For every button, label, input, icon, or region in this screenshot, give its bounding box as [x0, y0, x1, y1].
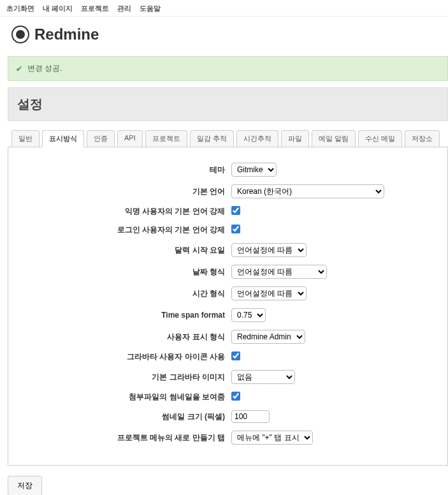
- timespan-select[interactable]: 0.75: [231, 308, 266, 322]
- theme-label: 테마: [21, 165, 231, 175]
- header: Redmine: [0, 17, 448, 56]
- settings-panel: 테마 Gitmike 기본 언어 Korean (한국어) 익명 사용자의 기본…: [8, 147, 448, 466]
- tab-display[interactable]: 표시방식: [42, 130, 84, 147]
- gravatar-default-label: 기본 그라바타 이미지: [21, 372, 231, 383]
- timespan-label: Time span format: [21, 311, 231, 320]
- tab-incoming[interactable]: 수신 메일: [358, 130, 402, 147]
- check-icon: ✔: [16, 64, 22, 73]
- app-logo: Redmine: [11, 26, 437, 43]
- nav-projects[interactable]: 프로젝트: [81, 4, 109, 12]
- thumb-checkbox[interactable]: [231, 392, 240, 401]
- tab-projects[interactable]: 프로젝트: [145, 130, 187, 147]
- user-fmt-select[interactable]: Redmine Admin: [231, 330, 305, 344]
- nav-help[interactable]: 도움말: [140, 4, 161, 12]
- tab-api[interactable]: API: [117, 130, 143, 147]
- lang-select[interactable]: Korean (한국어): [231, 184, 384, 198]
- page-title: 설정: [17, 96, 438, 113]
- nav-home[interactable]: 초기화면: [6, 4, 34, 12]
- settings-tabs: 일반 표시방식 인증 API 프로젝트 일감 추적 시간추적 파일 메일 알림 …: [11, 130, 448, 147]
- date-fmt-label: 날짜 형식: [21, 267, 231, 277]
- thumb-label: 첨부파일의 썸네일을 보여줌: [21, 392, 231, 403]
- time-fmt-select[interactable]: 언어설정에 따름: [231, 286, 307, 300]
- save-button[interactable]: 저장: [8, 476, 42, 495]
- tab-email[interactable]: 메일 알림: [312, 130, 356, 147]
- theme-select[interactable]: Gitmike: [231, 163, 277, 177]
- force-anon-label: 익명 사용자의 기본 언어 강제: [21, 206, 231, 217]
- time-fmt-label: 시간 형식: [21, 288, 231, 299]
- gravatar-default-select[interactable]: 없음: [231, 370, 295, 384]
- flash-notice: ✔ 변경 성공.: [8, 56, 448, 81]
- redmine-icon: [11, 26, 29, 43]
- week-start-select[interactable]: 언어설정에 따름: [231, 243, 307, 257]
- tab-auth[interactable]: 인증: [87, 130, 115, 147]
- tab-time[interactable]: 시간추적: [236, 130, 278, 147]
- week-start-label: 달력 시작 요일: [21, 245, 231, 256]
- force-anon-checkbox[interactable]: [231, 206, 240, 215]
- nav-mypage[interactable]: 내 페이지: [43, 4, 73, 12]
- thumb-size-input[interactable]: [231, 410, 270, 423]
- top-menu: 초기화면 내 페이지 프로젝트 관리 도움말: [0, 0, 448, 17]
- tab-issues[interactable]: 일감 추적: [190, 130, 234, 147]
- thumb-size-label: 썸네일 크기 (픽셀): [21, 411, 231, 422]
- tab-repo[interactable]: 저장소: [405, 130, 440, 147]
- new-item-tab-label: 프로젝트 메뉴의 새로 만들기 탭: [21, 432, 231, 443]
- gravatar-label: 그라바타 사용자 아이콘 사용: [21, 351, 231, 362]
- page-title-bar: 설정: [8, 87, 448, 121]
- nav-admin[interactable]: 관리: [117, 4, 131, 12]
- date-fmt-select[interactable]: 언어설정에 따름: [231, 265, 327, 279]
- tab-files[interactable]: 파일: [281, 130, 309, 147]
- user-fmt-label: 사용자 표시 형식: [21, 332, 231, 343]
- force-login-label: 로그인 사용자의 기본 언어 강제: [21, 225, 231, 235]
- tab-general[interactable]: 일반: [11, 130, 40, 147]
- lang-label: 기본 언어: [21, 186, 231, 197]
- force-login-checkbox[interactable]: [231, 225, 240, 233]
- app-name: Redmine: [34, 26, 99, 43]
- flash-text: 변경 성공.: [27, 63, 62, 74]
- new-item-tab-select[interactable]: 메뉴에 "+" 탭 표시: [231, 431, 313, 445]
- gravatar-checkbox[interactable]: [231, 351, 240, 360]
- main-content: ✔ 변경 성공. 설정 일반 표시방식 인증 API 프로젝트 일감 추적 시간…: [0, 56, 448, 495]
